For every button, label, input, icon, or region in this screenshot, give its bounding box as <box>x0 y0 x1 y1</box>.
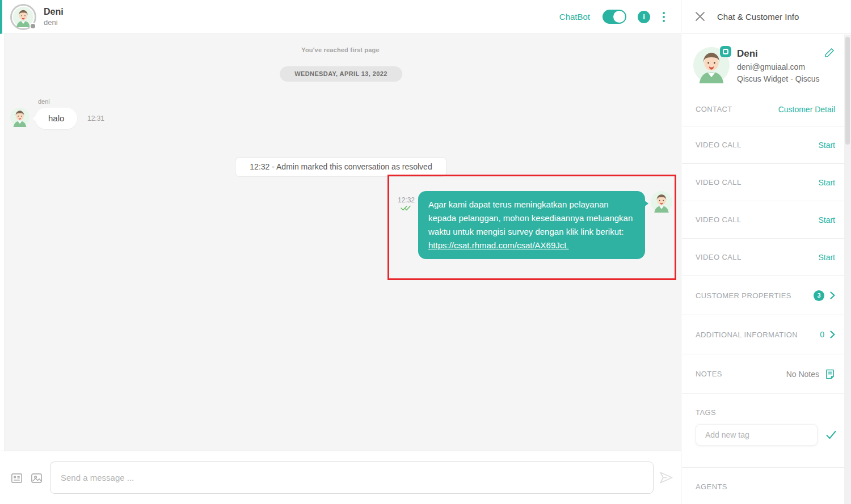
customer-detail-link[interactable]: Customer Detail <box>778 105 835 114</box>
edit-pencil-icon[interactable] <box>824 47 835 58</box>
close-icon[interactable] <box>694 11 706 23</box>
contact-row: CONTACT Customer Detail <box>682 92 844 126</box>
video-call-start-link[interactable]: Start <box>818 141 835 150</box>
video-call-start-link[interactable]: Start <box>818 215 835 225</box>
additional-information-row[interactable]: ADDITIONAL INFORMATION 0 <box>682 315 844 354</box>
agent-avatar <box>651 191 672 213</box>
note-document-icon[interactable] <box>825 369 835 379</box>
customer-avatar <box>10 4 36 30</box>
additional-information-label: ADDITIONAL INFORMATION <box>696 331 798 339</box>
sidebar-scrollbar[interactable] <box>844 35 851 504</box>
agents-section: AGENTS <box>682 468 844 491</box>
app-window: Deni deni ChatBot i You've reached first… <box>0 0 851 504</box>
sidebar-scrollbar-thumb[interactable] <box>845 37 850 145</box>
customer-properties-count-badge: 3 <box>814 290 824 301</box>
send-button[interactable] <box>659 470 674 485</box>
video-call-start-link[interactable]: Start <box>818 253 835 262</box>
qiscus-widget-channel-badge <box>720 46 731 57</box>
attach-image-icon[interactable] <box>30 472 43 485</box>
video-call-row: VIDEO CALL Start <box>682 201 844 239</box>
customer-email: deni@gmuiaal.com <box>737 62 819 71</box>
incoming-sender-label: deni <box>38 98 50 105</box>
add-tag-input[interactable] <box>696 424 818 446</box>
video-call-label: VIDEO CALL <box>696 215 742 224</box>
customer-properties-row[interactable]: CUSTOMER PROPERTIES 3 <box>682 276 844 315</box>
customer-card: Deni deni@gmuiaal.com Qiscus Widget - Qi… <box>682 35 844 92</box>
video-call-label: VIDEO CALL <box>696 178 742 187</box>
panel-body: Deni deni@gmuiaal.com Qiscus Widget - Qi… <box>682 35 844 504</box>
offline-status-dot <box>30 23 36 29</box>
chat-scrollbar-gutter[interactable] <box>0 34 5 451</box>
chevron-right-icon[interactable] <box>830 331 835 338</box>
notes-label: NOTES <box>696 370 722 378</box>
video-call-label: VIDEO CALL <box>696 253 742 261</box>
chat-header: Deni deni ChatBot i <box>0 0 681 34</box>
notes-value: No Notes <box>786 370 819 379</box>
kebab-menu-icon[interactable] <box>662 11 666 23</box>
agents-label: AGENTS <box>696 482 835 491</box>
customer-card-avatar <box>693 47 730 83</box>
message-template-icon[interactable] <box>10 472 23 485</box>
message-input[interactable] <box>50 461 654 494</box>
incoming-message-text: halo <box>48 113 64 123</box>
customer-name: Deni <box>44 7 64 17</box>
customer-properties-label: CUSTOMER PROPERTIES <box>696 291 791 300</box>
incoming-message-time: 12:31 <box>87 115 104 122</box>
toggle-knob <box>613 11 625 23</box>
video-call-row: VIDEO CALL Start <box>682 126 844 164</box>
outgoing-message-text: Agar kami dapat terus meningkatkan pelay… <box>428 200 633 236</box>
customer-card-avatar-image <box>693 75 730 85</box>
incoming-avatar <box>10 108 30 127</box>
outgoing-message-bubble: Agar kami dapat terus meningkatkan pelay… <box>418 191 645 259</box>
video-call-label: VIDEO CALL <box>696 141 742 149</box>
system-message: 12:32 - Admin marked this conversation a… <box>235 157 446 177</box>
confirm-tag-check-icon[interactable] <box>825 429 837 441</box>
chat-panel: Deni deni ChatBot i You've reached first… <box>0 0 681 504</box>
date-separator: WEDNESDAY, APRIL 13, 2022 <box>280 66 402 82</box>
chatbot-toggle[interactable] <box>603 10 626 24</box>
customer-username: deni <box>44 18 64 27</box>
additional-information-count: 0 <box>820 330 824 339</box>
tags-label: TAGS <box>696 408 835 417</box>
customer-card-name: Deni <box>737 48 819 60</box>
notes-row: NOTES No Notes <box>682 354 844 394</box>
chatbot-label: ChatBot <box>559 12 590 22</box>
first-page-notice: You've reached first page <box>0 46 681 53</box>
video-call-start-link[interactable]: Start <box>818 178 835 187</box>
tags-section: TAGS <box>682 394 844 468</box>
contact-label: CONTACT <box>696 105 732 113</box>
customer-channel: Qiscus Widget - Qiscus <box>737 74 819 83</box>
chat-message-area: You've reached first page WEDNESDAY, APR… <box>0 34 681 451</box>
customer-info-panel: Chat & Customer Info Deni <box>682 0 851 504</box>
panel-title: Chat & Customer Info <box>717 12 799 22</box>
video-call-row: VIDEO CALL Start <box>682 239 844 276</box>
message-composer <box>0 451 681 504</box>
delivered-double-check-icon <box>401 204 411 214</box>
video-call-row: VIDEO CALL Start <box>682 164 844 201</box>
panel-header: Chat & Customer Info <box>682 0 851 34</box>
outgoing-message-time: 12:32 <box>398 196 415 204</box>
chevron-right-icon[interactable] <box>830 291 835 299</box>
survey-link[interactable]: https://csat.rhmad.com/csat/AX69JcL <box>428 239 569 252</box>
incoming-message-bubble: halo <box>35 108 77 129</box>
info-icon[interactable]: i <box>638 11 650 23</box>
